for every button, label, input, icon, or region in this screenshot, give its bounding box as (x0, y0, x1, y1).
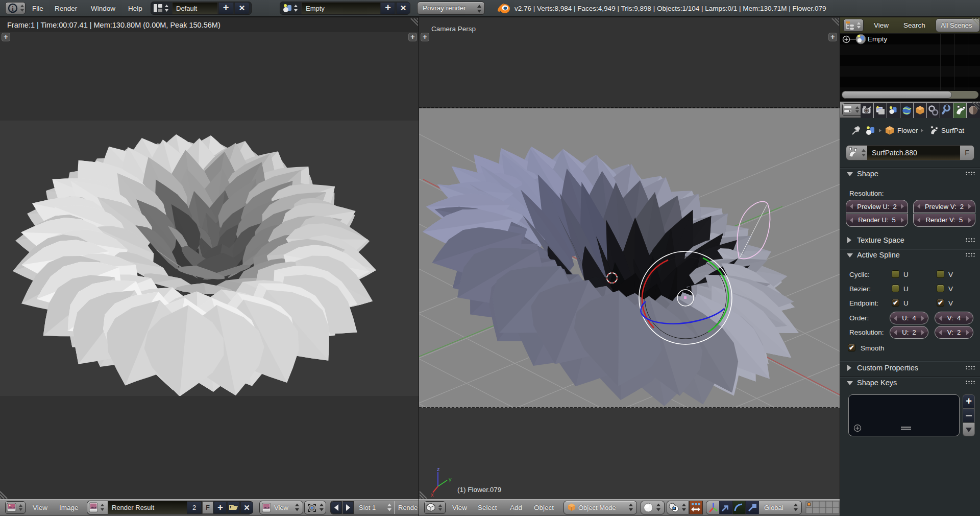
svg-text:SurfPat: SurfPat (941, 127, 964, 134)
svg-text:i: i (12, 5, 14, 12)
svg-text:y: y (449, 476, 452, 482)
svg-text:Flower: Flower (897, 127, 918, 134)
svg-text:x: x (431, 491, 434, 497)
svg-text:z: z (437, 466, 440, 472)
